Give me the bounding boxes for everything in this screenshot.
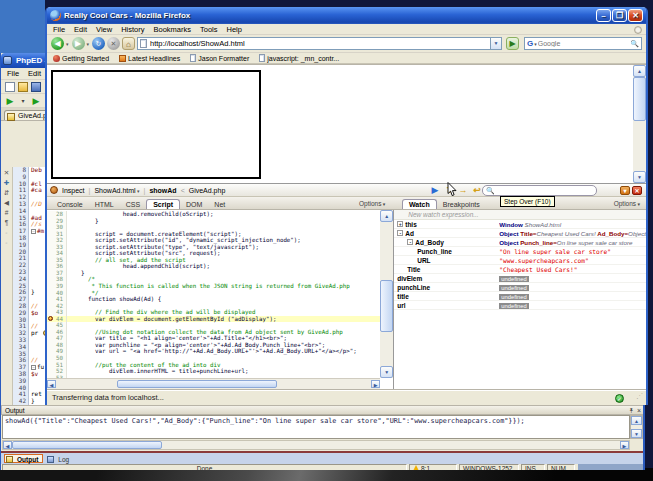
close-icon[interactable]: × [637, 407, 641, 414]
open-folder-icon[interactable] [18, 82, 28, 92]
output-horizontal-scrollbar[interactable]: ◀ ▶ [2, 440, 630, 450]
firebug-status-icon[interactable]: ✓ [615, 394, 624, 403]
line-number[interactable]: 8 [13, 167, 29, 174]
scroll-left-icon[interactable]: ◀ [47, 380, 56, 388]
editor-code[interactable]: –#m [29, 228, 46, 235]
collapse-icon[interactable]: - [407, 239, 413, 245]
output-vertical-scrollbar[interactable]: ▲ ▼ [630, 415, 643, 439]
minimize-button[interactable]: – [596, 9, 611, 22]
firebug-close-button[interactable]: ✕ [632, 186, 642, 195]
menu-view[interactable]: View [96, 24, 112, 34]
new-watch-expression[interactable]: New watch expression... [394, 210, 646, 220]
resize-grip[interactable]: ⋰ [636, 389, 644, 403]
script-options-menu[interactable]: Options [359, 200, 385, 207]
scrollbar-thumb[interactable] [12, 441, 162, 449]
phped-menu-edit[interactable]: Edit [28, 68, 41, 79]
watch-row[interactable]: divElemundefined [394, 274, 646, 283]
scrollbar-thumb[interactable] [117, 380, 277, 388]
dim-circle-icon[interactable]: ◦ [5, 239, 7, 246]
continue-button[interactable]: ▶ [429, 185, 441, 196]
restore-button[interactable]: ❐ [612, 9, 627, 22]
scroll-right-icon[interactable]: ▶ [371, 380, 380, 388]
back-icon[interactable]: ◀ [4, 199, 9, 206]
address-bar[interactable]: ▼ [137, 37, 502, 50]
stack-function[interactable]: showAd [149, 187, 176, 194]
scrollbar-thumb[interactable] [380, 280, 393, 332]
home-button[interactable]: ⌂ [122, 37, 135, 50]
firebug-bug-icon[interactable] [50, 186, 58, 194]
close-icon[interactable]: ✕ [4, 169, 9, 176]
debug-run-icon[interactable]: ▶ [31, 96, 41, 106]
bookmark-item[interactable]: Latest Headlines [119, 53, 180, 64]
editor-code[interactable]: } [29, 398, 46, 405]
search-engine-dropdown-icon[interactable]: ▾ [534, 41, 537, 47]
url-dropdown-icon[interactable]: ▼ [490, 38, 501, 49]
editor-code[interactable] [29, 276, 46, 283]
forward-dropdown-icon[interactable]: ▾ [87, 41, 90, 47]
firebug-tab-console[interactable]: Console [51, 200, 89, 209]
content-scrollbar[interactable]: ▲ ▼ [633, 65, 646, 183]
editor-code[interactable] [29, 242, 46, 249]
script-horizontal-scrollbar[interactable]: ◀ ▶ [47, 378, 380, 390]
bookmark-item[interactable]: javascript: _mn_contr... [259, 53, 339, 64]
firebug-tab-html[interactable]: HTML [89, 200, 120, 209]
watch-row[interactable]: -AdObject Title=Cheapest Used Cars! Ad_B… [394, 229, 646, 238]
run-icon[interactable]: ▶ [5, 96, 15, 106]
phped-code-area[interactable]: 8Deb910#cl11#ca1213//D1415#ad16//s17–#m1… [13, 167, 46, 405]
swap-icon[interactable]: ⇵ [4, 189, 9, 196]
inspect-button[interactable]: Inspect [62, 187, 85, 194]
stack-origin[interactable]: GiveAd.php [189, 187, 226, 194]
editor-code[interactable] [29, 235, 46, 242]
scroll-right-icon[interactable]: ▶ [620, 441, 629, 449]
watch-tab-watch[interactable]: Watch [402, 199, 437, 209]
watch-options-menu[interactable]: Options [614, 200, 640, 207]
firebug-tab-script[interactable]: Script [146, 199, 180, 209]
search-bar[interactable]: G ▾ 🔍 [524, 37, 642, 50]
google-logo-icon[interactable]: G [527, 39, 533, 48]
firebug-search-input[interactable] [495, 186, 593, 195]
pin-icon[interactable]: 🖈 [628, 407, 635, 414]
editor-code[interactable] [29, 269, 46, 276]
context-file-dropdown[interactable]: ShowAd.html [94, 187, 139, 194]
search-input[interactable] [538, 38, 631, 49]
scroll-down-icon[interactable]: ▼ [380, 366, 393, 378]
menu-file[interactable]: File [53, 24, 65, 34]
scroll-up-icon[interactable]: ▲ [633, 65, 646, 77]
expand-icon[interactable]: + [397, 221, 403, 227]
editor-code[interactable]: pr [29, 330, 46, 337]
scroll-up-icon[interactable]: ▲ [380, 210, 393, 222]
back-dropdown-icon[interactable]: ▾ [66, 41, 69, 47]
dim-circle-icon[interactable]: ◦ [5, 229, 7, 236]
url-input[interactable] [150, 38, 490, 49]
go-button[interactable]: ▶ [506, 37, 519, 50]
back-button[interactable]: ◀ [51, 37, 64, 50]
editor-code[interactable]: } [29, 289, 46, 296]
reload-button[interactable]: ↻ [92, 37, 105, 50]
bookmark-item[interactable]: Getting Started [53, 53, 109, 64]
firebug-tab-dom[interactable]: DOM [180, 200, 208, 209]
collapse-icon[interactable]: - [397, 230, 403, 236]
watch-row[interactable]: +thisWindow ShowAd.html [394, 220, 646, 229]
editor-code[interactable]: $v [29, 371, 46, 378]
output-tab-log[interactable]: Log [45, 454, 74, 463]
step-into-button[interactable]: → [457, 185, 469, 196]
editor-code[interactable] [29, 262, 46, 269]
editor-code[interactable] [29, 249, 46, 256]
scroll-up-icon[interactable]: ▲ [631, 416, 642, 425]
editor-code[interactable] [29, 337, 46, 344]
watch-row[interactable]: URL"www.supercheapcars.com" [394, 256, 646, 265]
editor-code[interactable] [29, 344, 46, 351]
breakpoint-icon[interactable] [48, 316, 53, 321]
editor-code[interactable]: Deb [29, 167, 46, 174]
watch-row[interactable]: Punch_line"On line super sale car store" [394, 247, 646, 256]
firebug-search-box[interactable]: 🔍 [482, 185, 597, 196]
editor-code[interactable] [29, 255, 46, 262]
watch-tab-breakpoints[interactable]: Breakpoints [437, 200, 486, 209]
scroll-down-icon[interactable]: ▼ [631, 429, 642, 438]
menu-tools[interactable]: Tools [200, 24, 218, 34]
new-file-icon[interactable] [5, 82, 15, 92]
pilcrow-icon[interactable]: ¶ [5, 219, 9, 226]
menu-history[interactable]: History [121, 24, 144, 34]
script-vertical-scrollbar[interactable]: ▲ ▼ [380, 210, 393, 378]
editor-code[interactable]: //D [29, 201, 46, 208]
